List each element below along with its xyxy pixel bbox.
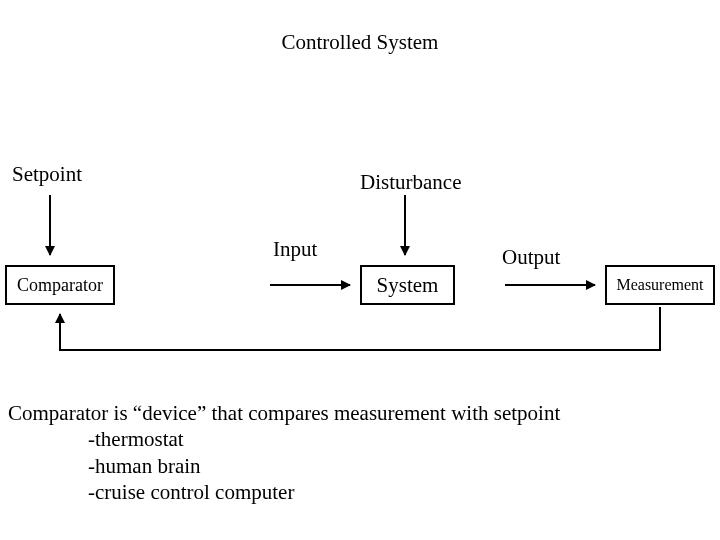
description-bullet: -human brain: [8, 453, 560, 479]
page-title: Controlled System: [0, 30, 720, 55]
description-line: Comparator is “device” that compares mea…: [8, 400, 560, 426]
measurement-box: Measurement: [605, 265, 715, 305]
comparator-description: Comparator is “device” that compares mea…: [8, 400, 560, 505]
disturbance-label: Disturbance: [360, 170, 461, 195]
comparator-box: Comparator: [5, 265, 115, 305]
input-label: Input: [273, 237, 317, 262]
description-bullet: -cruise control computer: [8, 479, 560, 505]
setpoint-label: Setpoint: [12, 162, 82, 187]
output-label: Output: [502, 245, 560, 270]
description-bullet: -thermostat: [8, 426, 560, 452]
system-box: System: [360, 265, 455, 305]
feedback-line: [60, 307, 660, 350]
